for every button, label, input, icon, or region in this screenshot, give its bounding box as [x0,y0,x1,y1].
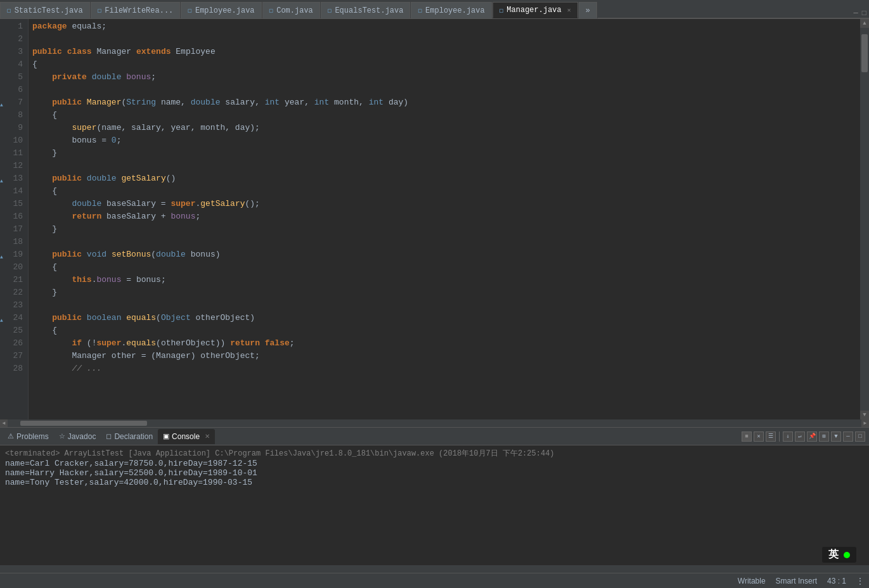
code-line-12 [32,160,860,172]
line-num-13[interactable]: 13 [0,172,23,185]
tab-com[interactable]: ◻ Com.java [262,2,320,18]
file-icon: ◻ [499,6,504,15]
line-num-6: 6 [0,84,23,96]
h-scroll-thumb[interactable] [20,421,147,426]
code-line-22: } [32,286,860,299]
code-line-5: private double bonus; [32,71,860,84]
console-close-icon[interactable]: ✕ [205,433,210,440]
code-line-18 [32,236,860,248]
code-area[interactable]: package equals; public class Manager ext… [29,19,860,419]
tab-manager[interactable]: ◻ Manager.java ✕ [492,2,578,18]
minimize-button[interactable]: ─ [854,9,858,18]
console-terminated-line: <terminated> ArrayListTest [Java Applica… [5,448,864,459]
word-wrap-button[interactable]: ↵ [795,431,805,442]
tab-more-label: » [586,6,590,15]
line-num-27: 27 [0,350,23,362]
writable-status: Writable [738,577,766,585]
tab-label: FileWriteRea... [105,6,173,15]
code-line-9: super(name, salary, year, month, day); [32,122,860,134]
view-menu-button[interactable]: ▼ [831,431,841,442]
tab-employee1[interactable]: ◻ Employee.java [181,2,261,18]
code-line-6 [32,84,860,96]
clear-console-button[interactable]: ☰ [766,431,776,442]
console-hscroll-track[interactable] [0,565,869,573]
tab-label: StaticTest.java [15,6,83,15]
scroll-right-button[interactable]: ▶ [861,419,869,427]
tab-more[interactable]: » [579,2,597,18]
panel-tab-console-label: Console [172,432,200,441]
line-num-1: 1 [0,20,23,33]
tab-statictest[interactable]: ◻ StaticTest.java [0,2,90,18]
code-line-16: return baseSalary + bonus; [32,210,860,223]
file-icon: ◻ [188,6,192,15]
console-output: <terminated> ArrayListTest [Java Applica… [0,445,869,565]
code-line-25: { [32,324,860,337]
tab-bar-end: ─ □ [598,9,869,18]
maximize-button[interactable]: □ [862,9,866,18]
code-line-23 [32,299,860,312]
language-button[interactable]: 英 [822,547,856,563]
line-num-15: 15 [0,198,23,210]
console-toolbar: ■ ✕ ☰ ⇓ ↵ 📌 ⊞ ▼ ─ □ [742,431,869,442]
scroll-down-button[interactable]: ▼ [860,411,869,419]
scroll-lock-button[interactable]: ⇓ [783,431,793,442]
line-num-10: 10 [0,134,23,147]
line-num-5: 5 [0,71,23,84]
panel-tab-declaration-label: Declaration [114,432,153,441]
scroll-thumb[interactable] [861,34,868,72]
file-icon: ◻ [269,6,274,15]
line-num-21: 21 [0,274,23,286]
line-num-14: 14 [0,185,23,198]
code-line-1: package equals; [32,20,860,33]
scroll-left-button[interactable]: ◀ [0,419,8,427]
status-right: Writable Smart Insert 43 : 1 ⋮ [738,577,864,585]
editor-main: 1 2 3 4 5 6 7 8 9 10 11 12 13 14 15 16 1… [0,19,869,427]
code-line-21: this.bonus = bonus; [32,274,860,286]
line-num-19[interactable]: 19 [0,248,23,261]
terminate-button[interactable]: ■ [742,431,752,442]
panel-tab-bar: ⚠ Problems ☆ Javadoc ◻ Declaration ▣ Con… [0,428,217,445]
line-num-24[interactable]: 24 [0,312,23,324]
code-line-2 [32,33,860,46]
lang-text: 英 [828,548,839,561]
minimize-panel-button[interactable]: ─ [843,431,853,442]
code-line-8: { [32,109,860,122]
tab-bar: ◻ StaticTest.java ◻ FileWriteRea... ◻ Em… [0,0,869,19]
scroll-up-button[interactable]: ▲ [860,19,869,28]
remove-launch-button[interactable]: ✕ [754,431,764,442]
code-line-4: { [32,58,860,71]
line-num-22: 22 [0,286,23,299]
editor-content: 1 2 3 4 5 6 7 8 9 10 11 12 13 14 15 16 1… [0,19,869,419]
tab-filewriteread[interactable]: ◻ FileWriteRea... [91,2,181,18]
console-hscroll [0,565,869,573]
maximize-panel-button[interactable]: □ [855,431,865,442]
panel-tab-declaration[interactable]: ◻ Declaration [101,429,158,444]
panel-tab-javadoc-label: Javadoc [68,432,96,441]
editor-scrollbar: ▲ ▼ [860,19,869,419]
tab-label: Employee.java [425,6,485,15]
line-num-2: 2 [0,33,23,46]
panel-tab-problems-label: Problems [16,432,49,441]
scroll-track[interactable] [860,28,869,411]
open-console-button[interactable]: ⊞ [819,431,829,442]
tab-equalstest[interactable]: ◻ EqualsTest.java [321,2,411,18]
panel-tab-javadoc[interactable]: ☆ Javadoc [54,429,101,444]
panel-tab-console[interactable]: ▣ Console ✕ [158,429,215,444]
line-num-3: 3 [0,46,23,58]
file-icon: ◻ [98,6,102,15]
line-num-7[interactable]: 7 [0,96,23,109]
line-num-28: 28 [0,362,23,375]
tab-employee2[interactable]: ◻ Employee.java [411,2,491,18]
pin-console-button[interactable]: 📌 [807,431,817,442]
code-line-28: // ... [32,362,860,375]
file-icon: ◻ [7,6,11,15]
code-line-27: Manager other = (Manager) otherObject; [32,350,860,362]
file-icon: ◻ [418,6,422,15]
panel-tab-problems[interactable]: ⚠ Problems [3,429,54,444]
cursor-position: 43 : 1 [827,577,846,585]
h-scroll-track[interactable] [8,419,861,427]
javadoc-icon: ☆ [59,432,65,440]
close-icon[interactable]: ✕ [567,6,571,14]
code-line-17: } [32,223,860,236]
line-num-9: 9 [0,122,23,134]
